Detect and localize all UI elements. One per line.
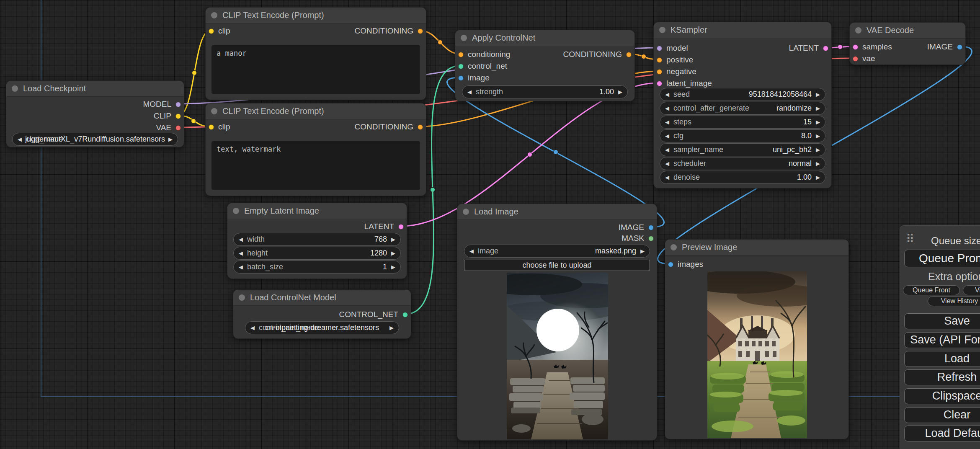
output-port-image[interactable]: [648, 225, 654, 230]
next-arrow-icon[interactable]: ▶: [168, 133, 173, 145]
widget-control-net-name[interactable]: ◀ control_net_name cn-inpainting-dreamer…: [245, 321, 399, 334]
node-ksampler[interactable]: KSampler model positive negative latent_…: [653, 22, 832, 188]
next-arrow-icon[interactable]: ▶: [816, 144, 820, 156]
input-port-positive[interactable]: [657, 57, 662, 63]
widget-sampler-name[interactable]: ◀ sampler_name uni_pc_bh2 ▶: [660, 143, 825, 156]
refresh-button[interactable]: Refresh: [904, 369, 980, 385]
decrement-arrow-icon[interactable]: ◀: [239, 261, 243, 273]
prev-arrow-icon[interactable]: ◀: [469, 245, 474, 257]
save-api-format-button[interactable]: Save (API Format): [904, 332, 980, 348]
widget-height[interactable]: ◀ height 1280 ▶: [233, 247, 401, 260]
node-preview-image[interactable]: Preview Image images: [665, 239, 849, 439]
node-load-controlnet-model[interactable]: Load ControlNet Model CONTROL_NET ◀ cont…: [233, 289, 411, 339]
node-titlebar[interactable]: Load Checkpoint: [6, 81, 184, 97]
output-port-control-net[interactable]: [402, 312, 408, 317]
output-port-model[interactable]: [175, 102, 181, 107]
next-arrow-icon[interactable]: ▶: [640, 245, 645, 257]
input-port-negative[interactable]: [657, 69, 662, 75]
prompt-textarea[interactable]: text, watermark: [211, 141, 420, 190]
widget-scheduler[interactable]: ◀ scheduler normal ▶: [660, 157, 825, 170]
input-port-images[interactable]: [668, 262, 673, 267]
decrement-arrow-icon[interactable]: ◀: [665, 130, 669, 142]
save-button[interactable]: Save: [904, 313, 980, 329]
widget-width[interactable]: ◀ width 768 ▶: [233, 233, 401, 246]
output-port-conditioning[interactable]: [626, 52, 632, 57]
widget-batch-size[interactable]: ◀ batch_size 1 ▶: [233, 261, 401, 274]
prev-arrow-icon[interactable]: ◀: [665, 144, 669, 156]
next-arrow-icon[interactable]: ▶: [816, 102, 820, 114]
prev-arrow-icon[interactable]: ◀: [665, 157, 669, 170]
drag-handle-icon[interactable]: ⠿: [906, 233, 915, 245]
output-port-latent[interactable]: [823, 46, 828, 51]
decrement-arrow-icon[interactable]: ◀: [665, 171, 669, 183]
input-port-control-net[interactable]: [458, 64, 464, 69]
increment-arrow-icon[interactable]: ▶: [816, 171, 820, 183]
node-load-checkpoint[interactable]: Load Checkpoint MODEL CLIP VAE ◀ ckpt_na…: [6, 80, 184, 147]
node-titlebar[interactable]: CLIP Text Encode (Prompt): [206, 103, 426, 119]
clear-button[interactable]: Clear: [904, 407, 980, 423]
widget-steps[interactable]: ◀ steps 15 ▶: [660, 116, 825, 129]
choose-file-button[interactable]: choose file to upload: [464, 260, 650, 271]
node-titlebar[interactable]: KSampler: [654, 22, 831, 38]
increment-arrow-icon[interactable]: ▶: [816, 88, 820, 101]
view-history-button[interactable]: View History: [928, 296, 980, 306]
widget-denoise[interactable]: ◀ denoise 1.00 ▶: [660, 171, 825, 184]
input-port-samples[interactable]: [853, 44, 858, 50]
widget-seed[interactable]: ◀ seed 951818412058464 ▶: [660, 88, 825, 101]
node-clip-text-encode-negative[interactable]: CLIP Text Encode (Prompt) clip CONDITION…: [205, 103, 426, 196]
input-port-vae[interactable]: [853, 56, 858, 62]
node-titlebar[interactable]: Load ControlNet Model: [233, 290, 411, 306]
decrement-arrow-icon[interactable]: ◀: [239, 247, 243, 259]
output-port-conditioning[interactable]: [418, 124, 423, 130]
input-port-clip[interactable]: [209, 124, 214, 130]
prev-arrow-icon[interactable]: ◀: [665, 102, 669, 114]
node-titlebar[interactable]: VAE Decode: [850, 23, 965, 39]
output-port-latent[interactable]: [398, 224, 404, 230]
load-button[interactable]: Load: [904, 351, 980, 367]
input-port-latent-image[interactable]: [657, 81, 662, 86]
node-titlebar[interactable]: Empty Latent Image: [227, 203, 407, 219]
widget-control-after-generate[interactable]: ◀ control_after_generate randomize ▶: [660, 102, 825, 115]
node-load-image[interactable]: Load Image IMAGE MASK ◀ image masked.png…: [457, 204, 657, 441]
output-port-mask[interactable]: [648, 236, 654, 241]
output-port-conditioning[interactable]: [418, 28, 423, 34]
input-port-clip[interactable]: [209, 28, 214, 34]
node-titlebar[interactable]: CLIP Text Encode (Prompt): [206, 8, 426, 23]
node-titlebar[interactable]: Apply ControlNet: [455, 30, 634, 46]
decrement-arrow-icon[interactable]: ◀: [239, 233, 243, 245]
widget-strength[interactable]: ◀ strength 1.00 ▶: [462, 85, 628, 98]
node-titlebar[interactable]: Load Image: [457, 204, 657, 220]
widget-ckpt-name[interactable]: ◀ ckpt_name juggernautXL_v7Rundiffusion.…: [12, 133, 178, 146]
increment-arrow-icon[interactable]: ▶: [391, 247, 395, 259]
decrement-arrow-icon[interactable]: ◀: [467, 86, 472, 98]
queue-front-button[interactable]: Queue Front: [903, 285, 960, 295]
output-port-image[interactable]: [957, 44, 962, 50]
decrement-arrow-icon[interactable]: ◀: [665, 116, 669, 128]
clipspace-button[interactable]: Clipspace: [904, 388, 980, 404]
node-titlebar[interactable]: Preview Image: [665, 240, 848, 255]
next-arrow-icon[interactable]: ▶: [389, 322, 394, 334]
prompt-textarea[interactable]: a manor: [211, 45, 420, 94]
queue-prompt-button[interactable]: Queue Prompt: [904, 250, 980, 267]
widget-cfg[interactable]: ◀ cfg 8.0 ▶: [660, 129, 825, 142]
increment-arrow-icon[interactable]: ▶: [618, 86, 622, 98]
output-port-clip[interactable]: [175, 114, 181, 119]
load-default-button[interactable]: Load Default: [904, 426, 980, 441]
next-arrow-icon[interactable]: ▶: [816, 157, 820, 170]
input-port-model[interactable]: [657, 46, 662, 51]
node-vae-decode[interactable]: VAE Decode samples vae IMAGE: [849, 22, 966, 65]
prev-arrow-icon[interactable]: ◀: [250, 322, 255, 334]
increment-arrow-icon[interactable]: ▶: [816, 130, 820, 142]
increment-arrow-icon[interactable]: ▶: [391, 261, 395, 273]
input-port-conditioning[interactable]: [458, 52, 464, 57]
increment-arrow-icon[interactable]: ▶: [816, 116, 820, 128]
increment-arrow-icon[interactable]: ▶: [391, 233, 395, 245]
prev-arrow-icon[interactable]: ◀: [18, 133, 22, 145]
node-apply-controlnet[interactable]: Apply ControlNet conditioning control_ne…: [455, 30, 635, 101]
output-port-vae[interactable]: [175, 125, 181, 131]
input-port-image[interactable]: [458, 75, 464, 81]
graph-canvas[interactable]: Load Checkpoint MODEL CLIP VAE ◀ ckpt_na…: [0, 0, 980, 449]
node-empty-latent-image[interactable]: Empty Latent Image LATENT ◀ width 768 ▶ …: [227, 203, 407, 279]
node-clip-text-encode-positive[interactable]: CLIP Text Encode (Prompt) clip CONDITION…: [205, 7, 426, 100]
decrement-arrow-icon[interactable]: ◀: [665, 88, 669, 101]
